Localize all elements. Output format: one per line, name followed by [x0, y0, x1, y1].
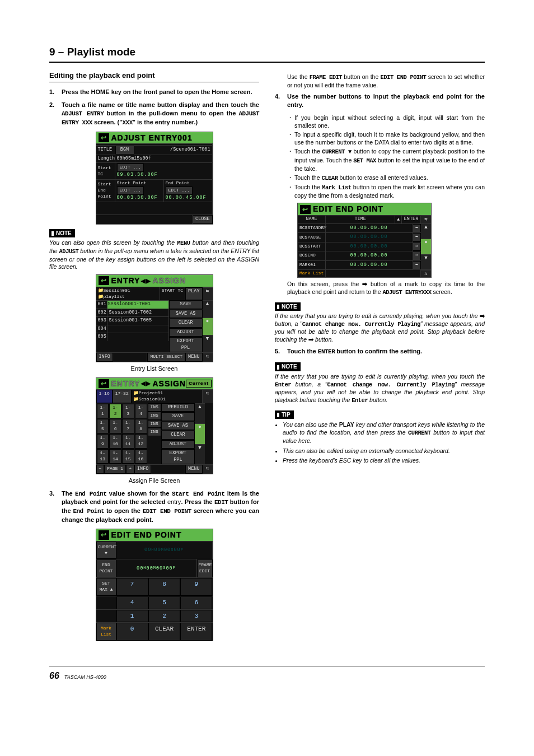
multi-select-button[interactable]: MULTI SELECT	[147, 353, 185, 361]
assign-key[interactable]: 1-8	[135, 419, 147, 433]
tab-1-16[interactable]: 1-16	[96, 390, 113, 403]
save-as-button[interactable]: SAVE AS	[169, 310, 203, 318]
close-button[interactable]: CLOSE	[193, 215, 213, 223]
list-item[interactable]	[107, 325, 169, 333]
copy-mark-button[interactable]: ➡	[413, 251, 421, 260]
clear-button[interactable]: CLEAR	[169, 319, 203, 327]
scroll-dn-icon[interactable]: ▼	[203, 335, 213, 352]
key-0[interactable]: 0	[116, 623, 148, 641]
edit-ep-button[interactable]: EDIT ...	[166, 186, 193, 195]
assign-key[interactable]: 1-12	[135, 434, 147, 449]
back-icon[interactable]: ↩	[99, 379, 109, 388]
scroll-dn-icon[interactable]: ▼	[421, 254, 431, 269]
clear-button[interactable]: CLEAR	[161, 431, 195, 439]
clear-button[interactable]: CLEAR	[148, 623, 180, 641]
key-3[interactable]: 3	[180, 610, 212, 623]
scroll-up-icon[interactable]: ▲	[421, 223, 431, 239]
current-button[interactable]: Current	[186, 380, 212, 388]
scroll-up-icon[interactable]: ▲	[195, 403, 205, 423]
footer: 66 TASCAM HS-4000	[49, 666, 485, 682]
assign-key[interactable]: 1-3	[122, 404, 134, 418]
adjust-button[interactable]: ADJUST	[169, 328, 203, 337]
key-2[interactable]: 2	[148, 610, 180, 623]
scroll-thumb-icon[interactable]: ●	[195, 423, 205, 444]
scroll-tool-icon[interactable]: ⇆	[421, 216, 431, 223]
ins-button[interactable]: INS	[148, 403, 161, 412]
key-4[interactable]: 4	[116, 596, 148, 609]
scroll-tool-icon[interactable]: ⇆	[203, 390, 213, 403]
assign-key[interactable]: 1-5	[97, 419, 109, 433]
back-icon[interactable]: ↩	[99, 276, 109, 285]
sort-icon[interactable]: ▲	[395, 216, 402, 223]
scroll-tool-icon[interactable]: ⇆	[203, 353, 213, 361]
menu-button[interactable]: MENU	[185, 353, 202, 361]
bullet: Touch the CLEAR button to erase all ente…	[287, 174, 485, 182]
list-item[interactable]: Session001-T001	[107, 301, 169, 308]
key-5[interactable]: 5	[148, 596, 180, 609]
edit-starttc-button[interactable]: EDIT ...	[117, 164, 144, 172]
key-6[interactable]: 6	[180, 596, 212, 609]
export-button[interactable]: EXPORT PPL	[161, 449, 195, 464]
rebuild-button[interactable]: REBUILD	[161, 403, 195, 412]
page-prev-button[interactable]: −	[96, 465, 105, 473]
key-1[interactable]: 1	[116, 610, 148, 623]
scroll-dn-icon[interactable]: ▼	[195, 444, 205, 464]
current-button[interactable]: CURRENT ▼	[96, 542, 116, 559]
assign-key[interactable]: 1-13	[97, 449, 109, 464]
back-icon[interactable]: ↩	[300, 205, 311, 214]
export-button[interactable]: EXPORT PPL	[169, 337, 203, 352]
mark-list-button[interactable]: Mark List	[96, 623, 116, 641]
assign-key[interactable]: 1-7	[122, 419, 134, 433]
frame-edit-button[interactable]: FRAME EDIT	[197, 559, 213, 577]
scroll-tool-icon[interactable]: ⇆	[203, 465, 213, 473]
copy-mark-button[interactable]: ➡	[413, 233, 421, 241]
scroll-tool-icon[interactable]: ⇆	[203, 287, 213, 301]
copy-mark-button[interactable]: ➡	[413, 261, 421, 269]
back-icon[interactable]: ↩	[99, 133, 109, 142]
key-9[interactable]: 9	[180, 578, 212, 596]
page-next-button[interactable]: +	[126, 465, 134, 473]
copy-mark-button[interactable]: ➡	[413, 224, 421, 232]
back-icon[interactable]: ↩	[99, 530, 109, 539]
scroll-thumb-icon[interactable]: ●	[421, 239, 431, 254]
ins-button[interactable]: INS	[148, 428, 161, 436]
menu-button[interactable]: MENU	[185, 465, 202, 473]
assign-key[interactable]: 1-4	[135, 404, 147, 418]
entry-list-screen: ↩ENTRY◀▶ASSIGN 📁Session001 📁playlist STA…	[96, 274, 213, 362]
ins-button[interactable]: INS	[148, 420, 161, 428]
ins-button[interactable]: INS	[148, 412, 161, 420]
list-item[interactable]: Session001-T005	[107, 317, 169, 324]
info-button[interactable]: INFO	[134, 465, 151, 473]
assign-key[interactable]: 1-11	[122, 434, 134, 449]
assign-key[interactable]: 1-9	[97, 434, 109, 449]
assign-key[interactable]: 1-2	[109, 404, 121, 418]
list-item[interactable]	[107, 333, 169, 340]
frame-edit-note: Use the FRAME EDIT button on the EDIT EN…	[287, 73, 485, 89]
assign-key[interactable]: 1-10	[109, 434, 121, 449]
title-button[interactable]: BGM	[115, 146, 134, 154]
assign-key[interactable]: 1-15	[122, 449, 134, 464]
assign-key[interactable]: 1-16	[135, 449, 147, 464]
set-max-button[interactable]: SET MAX ▲	[96, 578, 116, 596]
key-8[interactable]: 8	[148, 578, 180, 596]
assign-key[interactable]: 1-14	[109, 449, 121, 464]
copy-mark-button[interactable]: ➡	[413, 242, 421, 251]
scroll-tool-icon[interactable]: ⇆	[421, 270, 431, 277]
scroll-up-icon[interactable]: ▲	[203, 300, 213, 318]
info-button[interactable]: INFO	[96, 353, 113, 361]
assign-key[interactable]: 1-1	[97, 404, 109, 418]
scroll-thumb-icon[interactable]: ●	[203, 318, 213, 335]
assign-file-screen: ↩ENTRY◀▶ASSIGNCurrent 1-16 17-32 📁Projec…	[96, 377, 213, 474]
play-button[interactable]: PLAY	[185, 287, 202, 301]
adjust-button[interactable]: ADJUST	[161, 440, 195, 449]
edit-sp-button[interactable]: EDIT ...	[117, 186, 144, 195]
tab-17-32[interactable]: 17-32	[113, 390, 132, 403]
enter-button[interactable]: ENTER	[180, 623, 212, 641]
assign-key[interactable]: 1-6	[109, 419, 121, 433]
save-button[interactable]: SAVE	[169, 300, 203, 309]
bullet: If you begin input without selecting a d…	[287, 114, 485, 129]
save-button[interactable]: SAVE	[161, 412, 195, 421]
list-item[interactable]: Session001-T002	[107, 309, 169, 316]
key-7[interactable]: 7	[116, 578, 148, 596]
save-as-button[interactable]: SAVE AS	[161, 422, 195, 430]
